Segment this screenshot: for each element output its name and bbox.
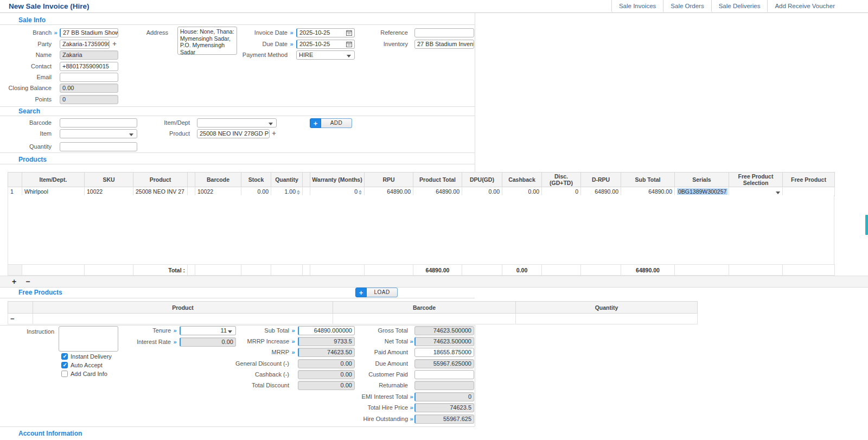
search-item-select[interactable] [60,129,137,138]
instruction-label: Instruction [16,327,54,336]
total-empty [581,265,621,276]
auto-accept-label: Auto Accept [71,361,103,369]
total-empty [462,265,502,276]
section-divider [0,325,475,326]
nav-sale-invoices[interactable]: Sale Invoices [611,0,663,12]
total-sub-total: 64890.00 [621,265,675,276]
form-right-border [475,13,475,172]
cell-serials[interactable]: 0BG1389W300257 [675,187,729,196]
cell-free-product-selection[interactable] [729,187,783,196]
section-title-search: Search [18,107,40,115]
cell-dpu-gd: 0.00 [462,187,502,196]
points-field: 0 [60,95,118,104]
cell-sub-total: 64890.00 [621,187,675,196]
net-total-label: Net Total [336,337,408,346]
products-total-row: Total : 64890.00 0.00 64890.00 [8,264,835,276]
reference-field[interactable] [414,28,474,37]
cell-free-product [783,187,835,196]
chevron-down-icon[interactable] [776,192,780,194]
col-d-rpu: D-RPU [581,173,621,187]
branch-field[interactable]: 27 BB Stadium Showroom [60,28,118,37]
load-button[interactable]: + LOAD [355,288,398,297]
item-dept-select[interactable] [197,118,277,127]
cell-rownum: 1 [8,187,22,196]
col-sub-total: Sub Total [621,173,675,187]
search-barcode-label: Barcode [0,118,52,127]
total-empty [22,265,85,276]
email-label: Email [0,73,52,82]
col-rownum [8,173,22,187]
section-divider [0,152,475,153]
paid-amount-field[interactable]: 18655.875000 [414,348,474,357]
interest-rate-label: Interest Rate [108,337,171,347]
party-field[interactable]: Zakaria-1735909015 [60,40,110,49]
required-chevron-icon: » [290,348,297,357]
col-free-product-selection: Free Product Selection [729,173,783,187]
sub-total-label: Sub Total [217,326,289,335]
cell-warranty[interactable]: 0 [310,187,365,196]
add-card-info-checkbox[interactable] [61,371,68,377]
new-sale-invoice-page: New Sale Invoice (Hire) Sale Invoices Sa… [0,0,868,440]
plus-icon: + [355,288,367,297]
required-chevron-icon: » [288,28,295,37]
total-label: Total : [133,265,188,276]
total-product-total: 64890.00 [413,265,462,276]
sale-info-underline [0,24,475,25]
add-product-icon[interactable]: + [271,129,277,138]
instant-delivery-checkbox[interactable] [61,353,68,360]
remove-free-row-button[interactable]: − [10,315,15,323]
stepper-icon[interactable] [297,190,300,195]
item-dept-label: Item/Dept [130,118,190,127]
col-disc-gd-td: Disc.(GD+TD) [542,173,581,187]
total-empty [365,265,413,276]
add-row-button[interactable]: + [12,278,16,285]
inventory-field[interactable]: 27 BB Stadium Inventory [414,40,474,49]
search-underline [0,116,475,116]
col-cashback: Cashback [502,173,542,187]
emi-interest-total-label: EMI Interest Total [336,392,408,401]
cell-quantity[interactable]: 1.00 [271,187,303,196]
hire-outstanding-label: Hire Outstanding [336,415,408,424]
required-chevron-icon: » [171,337,178,347]
payment-method-select[interactable]: HIRE [296,50,355,60]
required-chevron-icon: » [171,326,178,335]
total-row-gutter [8,265,22,276]
free-products-table: Product Barcode Quantity − [8,301,698,324]
search-product-label: Product [130,129,190,138]
search-barcode-input[interactable] [60,118,137,127]
col-warranty: Warranty (Months) [310,173,365,187]
customer-paid-field[interactable] [414,370,474,379]
stepper-icon[interactable] [359,190,362,195]
add-card-info-label: Add Card Info [71,370,107,378]
col-spacer [188,173,195,187]
returnable-label: Returnable [336,381,408,390]
email-field[interactable] [60,73,118,82]
add-party-icon[interactable]: + [111,40,118,49]
nav-sale-orders[interactable]: Sale Orders [663,0,711,12]
required-chevron-icon: » [290,326,297,335]
emi-interest-total-field: 0 [414,392,474,401]
nav-add-receive-voucher[interactable]: Add Receive Voucher [767,0,842,12]
net-total-field: 74623.500000 [414,337,474,346]
total-hire-price-label: Total Hire Price [336,403,408,412]
contact-field[interactable]: +8801735909015 [60,62,118,71]
nav-sale-deliveries[interactable]: Sale Deliveries [711,0,768,12]
load-button-label: LOAD [367,288,398,297]
required-chevron-icon: » [288,40,295,49]
search-product-field[interactable]: 25008 NEO INV 278GD PRIME [197,129,270,138]
add-button[interactable]: + ADD [310,118,352,128]
free-col-quantity: Quantity [516,302,698,314]
total-cashback: 0.00 [502,265,542,276]
section-title-free-products: Free Products [18,289,62,296]
search-quantity-input[interactable] [60,142,137,151]
hire-outstanding-field: 55967.625 [414,415,474,424]
auto-accept-checkbox[interactable] [61,362,68,368]
chevron-down-icon [269,123,273,125]
scrollbar-thumb[interactable] [865,215,868,235]
branch-label: Branch [0,28,52,37]
cell-d-rpu: 64890.00 [581,187,621,196]
remove-row-button[interactable]: − [25,278,30,285]
product-row-1: 1 Whirlpool 10022 25008 NEO INV 27 10022… [8,187,835,196]
serial-value[interactable]: 0BG1389W300257 [677,188,727,195]
cell-rpu: 64890.00 [365,187,413,196]
